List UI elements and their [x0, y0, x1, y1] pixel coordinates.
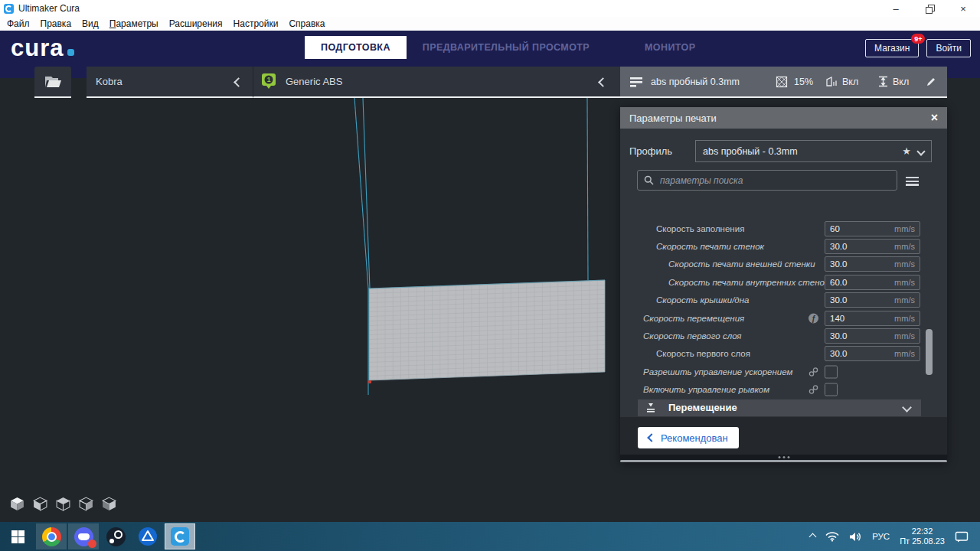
- search-input[interactable]: [658, 174, 890, 187]
- setting-row: Скорость печати внешней стенки30.0mm/s: [620, 256, 947, 273]
- profile-dropdown[interactable]: abs пробный - 0.3mm ★: [695, 140, 932, 162]
- open-file-button[interactable]: [34, 67, 71, 98]
- star-icon[interactable]: ★: [902, 145, 911, 157]
- tab-prepare[interactable]: ПОДГОТОВКА: [305, 36, 407, 59]
- taskbar-clock[interactable]: 22:32 Пт 25.08.23: [900, 527, 945, 546]
- print-settings-icon: [629, 67, 643, 96]
- resize-bar[interactable]: [620, 460, 947, 462]
- settings-list: Скорость заполнения60mm/sСкорость печати…: [620, 220, 947, 435]
- action-center-icon[interactable]: [955, 531, 969, 543]
- marketplace-label: Магазин: [874, 43, 910, 54]
- panel-header: Параметры печати ×: [620, 107, 947, 129]
- view-3d-icon[interactable]: [9, 496, 25, 512]
- close-icon[interactable]: ×: [931, 112, 938, 124]
- header-tabs: ПОДГОТОВКАПРЕДВАРИТЕЛЬНЫЙ ПРОСМОТРМОНИТО…: [305, 36, 711, 59]
- restore-button[interactable]: [913, 0, 946, 17]
- taskbar-steam[interactable]: [100, 523, 131, 549]
- section-title: Перемещение: [668, 402, 737, 413]
- logo-text: cura: [11, 37, 64, 60]
- view-right-icon[interactable]: [101, 496, 117, 512]
- setting-row: Скорость первого слоя30.0mm/s: [620, 345, 947, 363]
- menu-item-preferences[interactable]: Настройки: [228, 18, 284, 29]
- tab-preview[interactable]: ПРЕДВАРИТЕЛЬНЫЙ ПРОСМОТР: [407, 36, 606, 59]
- search-icon: [644, 175, 654, 185]
- setting-value-input[interactable]: 140mm/s: [825, 311, 920, 326]
- time: 22:32: [900, 527, 945, 536]
- setting-label: Разрешить управление ускорением: [643, 367, 792, 377]
- recommended-mode-button[interactable]: Рекомендован: [638, 427, 739, 448]
- setting-row: Скорость крышки/дна30.0mm/s: [620, 292, 947, 309]
- windows-logo-icon: [11, 530, 24, 543]
- marketplace-badge: 9+: [911, 34, 925, 44]
- view-left-icon[interactable]: [78, 496, 94, 512]
- taskbar-app[interactable]: [132, 523, 163, 549]
- minimize-button[interactable]: –: [879, 0, 913, 17]
- tab-monitor[interactable]: МОНИТОР: [629, 36, 711, 59]
- taskbar-cura[interactable]: [165, 523, 195, 549]
- setting-checkbox[interactable]: [825, 383, 838, 396]
- edit-pencil-icon[interactable]: [926, 67, 937, 96]
- link-icon: [808, 385, 818, 395]
- menu-item-settings[interactable]: Параметры: [104, 18, 164, 29]
- setting-value-input[interactable]: 60.0mm/s: [825, 275, 920, 290]
- setting-row: Скорость первого слоя30.0mm/s: [620, 327, 947, 344]
- setting-row: Скорость перемещенияƒ140mm/s: [620, 309, 947, 327]
- setting-label: Скорость крышки/дна: [656, 295, 749, 305]
- setting-label: Скорость печати внутренних стенок: [668, 278, 828, 287]
- notification-dot: [88, 540, 96, 548]
- marketplace-button[interactable]: Магазин 9+: [865, 39, 919, 57]
- chevron-down-icon: [902, 403, 912, 413]
- material-selector[interactable]: 1 Generic ABS: [253, 67, 620, 98]
- print-settings-summary-bar[interactable]: abs пробный 0.3mm 15% Вкл Вкл: [620, 67, 947, 98]
- setting-row: Скорость печати стенок30.0mm/s: [620, 237, 947, 255]
- chevron-left-icon: [598, 77, 608, 87]
- tab-label: ПОДГОТОВКА: [321, 42, 390, 53]
- atom-app-icon: [138, 527, 158, 546]
- view-top-icon[interactable]: [55, 496, 71, 512]
- menu-item-extensions[interactable]: Расширения: [164, 18, 228, 29]
- link-icon: [808, 367, 818, 377]
- taskbar-discord[interactable]: [68, 523, 99, 549]
- menu-item-help[interactable]: Справка: [283, 18, 330, 29]
- settings-menu-icon[interactable]: [906, 174, 919, 187]
- language-indicator[interactable]: РУС: [872, 532, 890, 541]
- start-button[interactable]: [0, 522, 35, 551]
- setting-checkbox[interactable]: [825, 365, 838, 378]
- printer-name: Kobra: [96, 76, 122, 87]
- tray-expand-icon[interactable]: [809, 533, 817, 540]
- menu-item-view[interactable]: Вид: [77, 18, 104, 29]
- panel-footer: Рекомендован: [620, 417, 947, 455]
- setting-value-input[interactable]: 30.0mm/s: [825, 239, 920, 254]
- support-value: Вкл: [842, 67, 858, 96]
- settings-section-header[interactable]: Перемещение: [638, 399, 921, 416]
- printer-selector[interactable]: Kobra: [87, 67, 253, 98]
- sign-in-label: Войти: [936, 43, 962, 54]
- setting-value-input[interactable]: 30.0mm/s: [825, 256, 920, 272]
- setting-value-input[interactable]: 60mm/s: [825, 221, 920, 236]
- chrome-icon: [42, 527, 61, 546]
- volume-icon[interactable]: [849, 532, 862, 542]
- sign-in-button[interactable]: Войти: [926, 39, 971, 57]
- setting-value-input[interactable]: 30.0mm/s: [825, 292, 920, 308]
- panel-resize-handle[interactable]: [620, 455, 947, 462]
- settings-search-box[interactable]: [637, 170, 897, 191]
- view-front-icon[interactable]: [32, 496, 48, 512]
- print-settings-panel: Параметры печати × Профиль abs пробный -…: [620, 107, 947, 462]
- cura-icon: [171, 527, 189, 546]
- origin-marker: [368, 380, 371, 383]
- tab-label: МОНИТОР: [645, 42, 695, 53]
- app-icon: [4, 4, 14, 14]
- setting-row: Скорость печати внутренних стенок60.0mm/…: [620, 273, 947, 291]
- close-button[interactable]: ×: [946, 0, 980, 17]
- wifi-icon[interactable]: [825, 532, 839, 542]
- setting-value-input[interactable]: 30.0mm/s: [825, 328, 920, 344]
- infill-icon: [776, 67, 788, 96]
- scrollbar-thumb[interactable]: [926, 329, 933, 375]
- menu-item-edit[interactable]: Правка: [35, 18, 77, 29]
- cura-logo: cura: [11, 37, 74, 60]
- setting-value-input[interactable]: 30.0mm/s: [825, 346, 920, 361]
- taskbar-chrome[interactable]: [36, 523, 67, 549]
- chevron-left-icon: [647, 433, 655, 442]
- menu-item-file[interactable]: Файл: [2, 18, 35, 29]
- profile-summary: abs пробный 0.3mm: [651, 67, 740, 96]
